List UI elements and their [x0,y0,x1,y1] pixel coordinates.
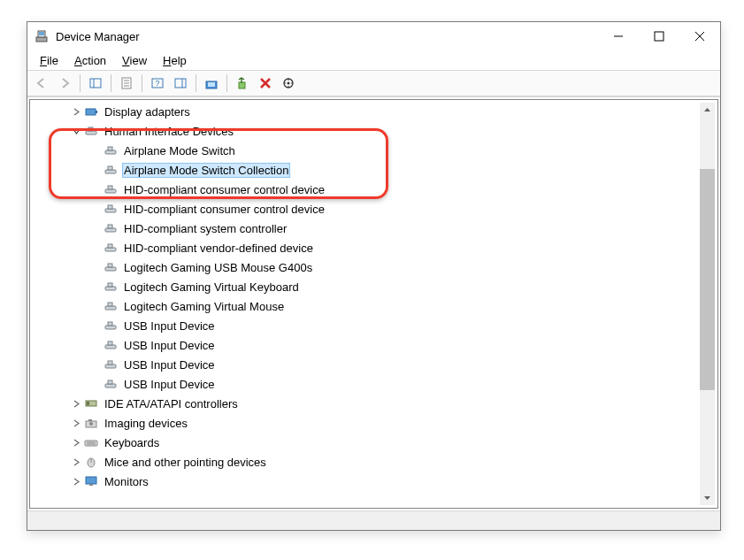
toolbar: ? [27,70,720,96]
scroll-up-button[interactable] [700,103,715,118]
menu-action[interactable]: Action [67,52,113,69]
svg-point-21 [288,82,290,85]
tree-item-hid-device[interactable]: USB Input Device [30,316,717,335]
close-button[interactable] [679,22,720,50]
tree-label: Imaging devices [103,416,189,431]
tree-label: Logitech Gaming USB Mouse G400s [122,260,314,275]
tree-category-display-adapters[interactable]: Display adapters [30,102,717,121]
scroll-thumb[interactable] [700,169,715,390]
tree-item-hid-device[interactable]: Airplane Mode Switch Collection [30,160,717,180]
tree-label: HID-compliant consumer control device [122,202,326,217]
forward-button[interactable] [54,73,75,94]
chevron-right-icon[interactable] [69,472,83,491]
chevron-right-icon[interactable] [69,413,83,433]
tree-label: Display adapters [103,104,192,119]
status-bar [27,510,720,530]
scroll-down-button[interactable] [700,490,715,505]
tree-category-imaging[interactable]: Imaging devices [30,413,717,433]
svg-rect-62 [86,477,96,484]
svg-rect-50 [105,384,116,387]
display-adapter-icon [83,104,99,119]
tree-item-hid-device[interactable]: Logitech Gaming USB Mouse G400s [30,257,717,277]
menu-view[interactable]: View [115,52,154,69]
tree-item-hid-device[interactable]: USB Input Device [30,355,717,374]
chevron-right-icon[interactable] [69,102,83,121]
svg-rect-30 [105,189,116,193]
chevron-right-icon[interactable] [69,433,83,452]
chevron-down-icon[interactable] [69,121,83,141]
svg-rect-44 [105,326,116,329]
svg-rect-24 [86,131,96,134]
tree-item-hid-device[interactable]: USB Input Device [30,374,717,394]
hid-device-icon [103,162,119,178]
tree-category-monitors[interactable]: Monitors [30,472,717,491]
tree-category-ide[interactable]: IDE ATA/ATAPI controllers [30,394,717,413]
mouse-icon [83,454,99,470]
content-area: Display adapters Human Interface Devices… [27,96,720,510]
tree-item-hid-device[interactable]: HID-compliant vendor-defined device [30,238,717,257]
svg-rect-31 [108,186,112,189]
tree-item-hid-device[interactable]: Airplane Mode Switch [30,141,717,160]
scan-hardware-button[interactable] [278,73,299,94]
update-driver-button[interactable] [201,73,222,94]
monitor-icon [83,473,99,489]
svg-rect-18 [208,82,215,87]
tree-category-hid[interactable]: Human Interface Devices [30,121,717,141]
device-tree[interactable]: Display adapters Human Interface Devices… [29,99,718,509]
svg-rect-56 [88,419,92,421]
svg-rect-43 [108,303,112,306]
vertical-scrollbar[interactable] [700,103,715,505]
tree-item-hid-device[interactable]: Logitech Gaming Virtual Mouse [30,296,717,316]
menubar: File Action View Help [27,50,720,70]
svg-rect-33 [108,205,112,209]
action-pane-button[interactable] [170,73,191,94]
menu-file[interactable]: File [33,52,65,69]
ide-icon [83,395,99,411]
svg-rect-37 [108,244,112,248]
svg-rect-15 [175,79,186,88]
maximize-button[interactable] [639,22,679,50]
scroll-track[interactable] [700,118,715,490]
hid-icon [83,123,99,139]
enable-device-button[interactable] [232,73,253,94]
svg-rect-53 [87,402,89,405]
hid-device-icon [103,240,119,256]
svg-rect-29 [108,166,112,170]
tree-label: HID-compliant consumer control device [122,182,326,197]
svg-rect-19 [239,82,245,88]
svg-rect-46 [105,345,116,349]
tree-label: Monitors [103,474,150,489]
svg-rect-39 [108,264,112,267]
tree-category-keyboards[interactable]: Keyboards [30,433,717,452]
show-hide-console-tree-button[interactable] [85,73,106,94]
tree-category-mice[interactable]: Mice and other pointing devices [30,452,717,472]
tree-item-hid-device[interactable]: HID-compliant system controller [30,219,717,238]
svg-rect-22 [86,109,96,115]
tree-label: Airplane Mode Switch [122,143,237,158]
minimize-button[interactable] [598,22,639,50]
tree-item-hid-device[interactable]: Logitech Gaming Virtual Keyboard [30,277,717,296]
menu-help[interactable]: Help [156,52,194,69]
svg-rect-48 [105,364,116,368]
tree-label: Mice and other pointing devices [103,455,268,470]
properties-button[interactable] [116,73,137,94]
svg-rect-28 [105,170,116,173]
tree-item-hid-device[interactable]: HID-compliant consumer control device [30,199,717,219]
svg-rect-57 [85,441,97,446]
tree-item-hid-device[interactable]: HID-compliant consumer control device [30,180,717,199]
svg-rect-47 [108,341,112,345]
svg-rect-23 [96,111,97,113]
chevron-right-icon[interactable] [69,452,83,472]
hid-device-icon [103,376,119,392]
help-button[interactable]: ? [147,73,168,94]
uninstall-device-button[interactable] [255,73,276,94]
back-button[interactable] [31,73,52,94]
tree-label: Keyboards [103,435,161,450]
chevron-right-icon[interactable] [69,394,83,413]
tree-item-hid-device[interactable]: USB Input Device [30,335,717,355]
window-title: Device Manager [56,30,140,43]
tree-label: HID-compliant system controller [122,221,288,236]
svg-rect-49 [108,361,112,364]
svg-text:?: ? [155,79,159,88]
tree-label: USB Input Device [122,377,217,392]
